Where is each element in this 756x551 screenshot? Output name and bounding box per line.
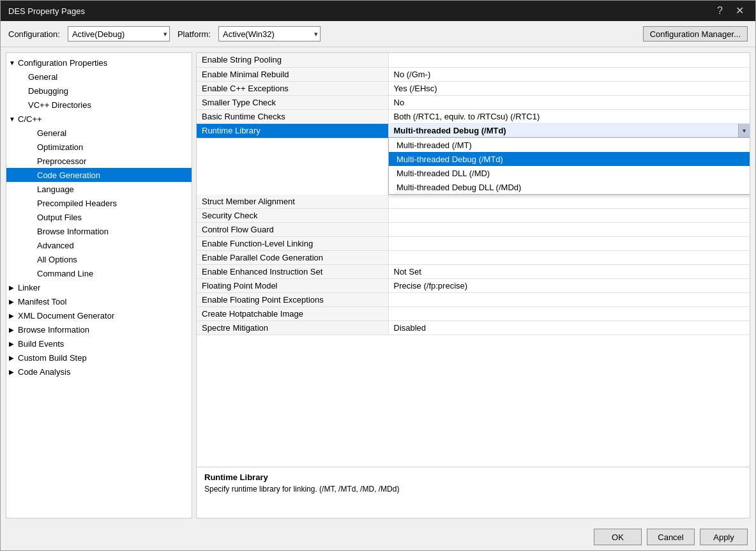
tree-label-cmdline: Command Line	[37, 269, 192, 278]
tree-label-manifest: Manifest Tool	[18, 297, 192, 306]
tree-item-vc-directories[interactable]: VC++ Directories	[6, 98, 192, 112]
platform-select[interactable]: Active(Win32)	[218, 26, 321, 42]
tree-label-output: Output Files	[37, 213, 192, 222]
table-row[interactable]: Enable Parallel Code Generation	[197, 251, 750, 265]
tree-item-custom-build[interactable]: ▶ Custom Build Step	[6, 351, 192, 365]
tree-item-cpp[interactable]: ▼ C/C++	[6, 112, 192, 126]
tree-item-cpp-general[interactable]: General	[6, 126, 192, 140]
runtime-library-dropdown: Multi-threaded (/MT) Multi-threaded Debu…	[388, 137, 750, 195]
table-row[interactable]: Security Check	[197, 209, 750, 223]
table-row-runtime-library[interactable]: Runtime Library Multi-threaded Debug (/M…	[197, 123, 750, 138]
tree-label-build-events: Build Events	[18, 339, 192, 349]
table-row[interactable]: Enable Function-Level Linking	[197, 237, 750, 251]
apply-button[interactable]: Apply	[700, 529, 748, 545]
prop-name: Enable Floating Point Exceptions	[197, 293, 388, 307]
tree-item-preprocessor[interactable]: Preprocessor	[6, 154, 192, 168]
tree-item-all-options[interactable]: All Options	[6, 252, 192, 266]
dropdown-item-mdd[interactable]: Multi-threaded Debug DLL (/MDd)	[389, 180, 750, 194]
config-select[interactable]: Active(Debug)	[68, 26, 170, 42]
runtime-library-dropdown-btn[interactable]: ▾	[738, 124, 750, 138]
tree-item-code-generation[interactable]: Code Generation	[6, 168, 192, 182]
prop-name: Enable Minimal Rebuild	[197, 67, 388, 81]
tree-label-preprocessor: Preprocessor	[37, 156, 192, 166]
dropdown-item-mt[interactable]: Multi-threaded (/MT)	[389, 138, 750, 152]
title-bar: DES Property Pages ? ✕	[1, 1, 755, 21]
table-row[interactable]: Spectre Mitigation Disabled	[197, 321, 750, 335]
tree-item-output-files[interactable]: Output Files	[6, 210, 192, 224]
expander-cpp: ▼	[9, 116, 18, 123]
prop-value: Precise (/fp:precise)	[388, 279, 750, 293]
dropdown-item-md[interactable]: Multi-threaded DLL (/MD)	[389, 166, 750, 180]
prop-value	[388, 237, 750, 251]
tree-item-optimization[interactable]: Optimization	[6, 140, 192, 154]
table-row[interactable]: Control Flow Guard	[197, 223, 750, 237]
tree-item-advanced[interactable]: Advanced	[6, 238, 192, 252]
prop-value: Disabled	[388, 321, 750, 335]
tree-item-general[interactable]: General	[6, 70, 192, 84]
tree-label-linker: Linker	[18, 283, 192, 292]
tree-item-browse-info[interactable]: Browse Information	[6, 224, 192, 238]
tree-label-advanced: Advanced	[37, 241, 192, 250]
prop-name: Basic Runtime Checks	[197, 109, 388, 123]
ok-button[interactable]: OK	[594, 529, 642, 545]
config-select-wrapper: Active(Debug)	[68, 26, 170, 42]
main-content: ▼ Configuration Properties General Debug…	[1, 47, 755, 524]
tree-item-debugging[interactable]: Debugging	[6, 84, 192, 98]
tree-label-general: General	[28, 72, 192, 82]
tree-label-language: Language	[37, 185, 192, 194]
close-button[interactable]: ✕	[732, 6, 748, 16]
title-bar-controls: ? ✕	[713, 6, 748, 16]
tree-label-xml: XML Document Generator	[18, 311, 192, 321]
table-row[interactable]: Smaller Type Check No	[197, 95, 750, 109]
prop-value	[388, 223, 750, 237]
tree-item-linker[interactable]: ▶ Linker	[6, 280, 192, 294]
prop-name: Enable Parallel Code Generation	[197, 251, 388, 265]
tree-item-code-analysis[interactable]: ▶ Code Analysis	[6, 365, 192, 379]
prop-name: Create Hotpatchable Image	[197, 307, 388, 321]
tree-item-build-events[interactable]: ▶ Build Events	[6, 336, 192, 351]
dropdown-item-mtd[interactable]: Multi-threaded Debug (/MTd)	[389, 152, 750, 166]
tree-item-manifest[interactable]: ▶ Manifest Tool	[6, 294, 192, 308]
tree-panel: ▼ Configuration Properties General Debug…	[6, 52, 192, 518]
info-title: Runtime Library	[204, 472, 742, 482]
tree-item-precompiled-headers[interactable]: Precompiled Headers	[6, 196, 192, 210]
table-row[interactable]: Enable Floating Point Exceptions	[197, 293, 750, 307]
prop-name: Enable C++ Exceptions	[197, 81, 388, 95]
expander-xml: ▶	[9, 312, 18, 319]
tree-item-xml-doc[interactable]: ▶ XML Document Generator	[6, 308, 192, 322]
table-row[interactable]: Basic Runtime Checks Both (/RTC1, equiv.…	[197, 109, 750, 123]
prop-name: Enable Function-Level Linking	[197, 237, 388, 251]
prop-name: Control Flow Guard	[197, 223, 388, 237]
config-manager-button[interactable]: Configuration Manager...	[643, 26, 748, 42]
dialog: DES Property Pages ? ✕ Configuration: Ac…	[0, 0, 756, 551]
tree-item-browse-info2[interactable]: ▶ Browse Information	[6, 322, 192, 336]
tree-label-custom-build: Custom Build Step	[18, 353, 192, 363]
tree-label-vc-dirs: VC++ Directories	[28, 100, 192, 110]
tree-item-language[interactable]: Language	[6, 182, 192, 196]
table-row[interactable]: Enable Minimal Rebuild No (/Gm-)	[197, 67, 750, 81]
config-bar: Configuration: Active(Debug) Platform: A…	[1, 21, 755, 47]
prop-value	[388, 293, 750, 307]
prop-value	[388, 195, 750, 209]
table-row[interactable]: Enable String Pooling	[197, 53, 750, 67]
tree-label-all-options: All Options	[37, 255, 192, 264]
props-table-2: Struct Member Alignment Security Check C…	[197, 195, 750, 336]
table-row[interactable]: Create Hotpatchable Image	[197, 307, 750, 321]
table-row[interactable]: Enable Enhanced Instruction Set Not Set	[197, 265, 750, 279]
table-row[interactable]: Enable C++ Exceptions Yes (/EHsc)	[197, 81, 750, 95]
table-row[interactable]: Struct Member Alignment	[197, 195, 750, 209]
prop-value-runtime-library[interactable]: Multi-threaded Debug (/MTd) ▾	[388, 123, 750, 138]
platform-label: Platform:	[178, 29, 211, 39]
config-label: Configuration:	[8, 29, 60, 39]
expander-config-props: ▼	[9, 59, 18, 66]
help-button[interactable]: ?	[713, 6, 727, 16]
cancel-button[interactable]: Cancel	[647, 529, 695, 545]
tree-item-config-props[interactable]: ▼ Configuration Properties	[6, 56, 192, 70]
prop-name: Floating Point Model	[197, 279, 388, 293]
table-row[interactable]: Floating Point Model Precise (/fp:precis…	[197, 279, 750, 293]
prop-name-runtime-library: Runtime Library	[197, 123, 388, 138]
tree-label-debugging: Debugging	[28, 86, 192, 96]
tree-label-code-gen: Code Generation	[37, 170, 192, 180]
prop-value: No (/Gm-)	[388, 67, 750, 81]
tree-item-command-line[interactable]: Command Line	[6, 266, 192, 280]
